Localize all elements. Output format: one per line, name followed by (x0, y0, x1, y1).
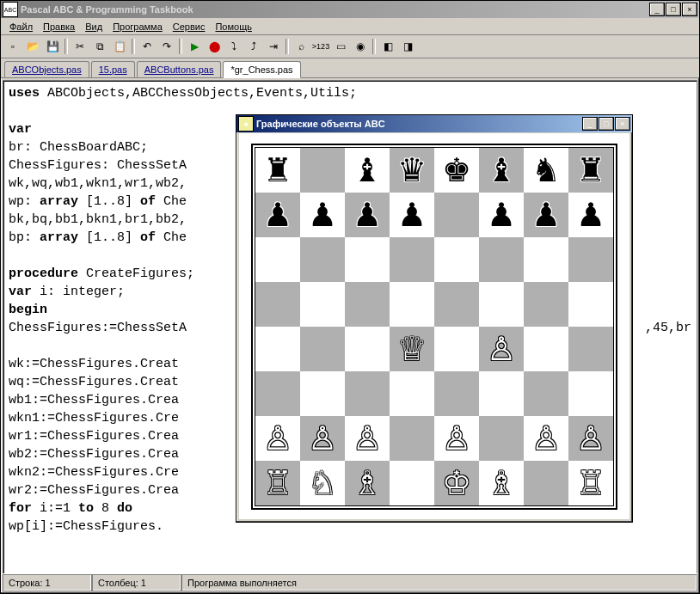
separator (132, 39, 135, 54)
copy-icon[interactable]: ⧉ (90, 37, 109, 56)
chess-square (345, 371, 390, 416)
chess-piece-bp[interactable]: ♟ (308, 199, 337, 231)
chess-piece-bk[interactable]: ♚ (442, 154, 471, 187)
chess-square (524, 327, 568, 371)
chess-piece-wb[interactable]: ♗ (487, 467, 516, 499)
menu-file[interactable]: Файл (4, 20, 38, 34)
chess-square: ♛ (390, 148, 434, 193)
chess-piece-bq[interactable]: ♛ (397, 154, 427, 187)
tab-abcobjects[interactable]: ABCObjects.pas (4, 61, 89, 77)
chess-square (568, 327, 613, 371)
chess-piece-wp[interactable]: ♙ (442, 422, 471, 455)
code-line: wr1:=ChessFigures.Crea (9, 429, 179, 444)
task-icon[interactable]: ◧ (378, 37, 397, 56)
chess-square (568, 237, 613, 282)
undo-icon[interactable]: ↶ (138, 37, 157, 56)
chess-piece-wn[interactable]: ♘ (308, 467, 337, 499)
chess-piece-bp[interactable]: ♟ (353, 199, 382, 231)
chess-square (390, 371, 434, 416)
chess-square (390, 416, 434, 461)
chess-piece-wb[interactable]: ♗ (353, 467, 382, 499)
menu-help[interactable]: Помощь (210, 20, 257, 34)
window-title: Pascal ABC & Programming Taskbook (21, 4, 649, 15)
child-close-button[interactable]: × (615, 117, 630, 131)
tab-abcbuttons[interactable]: ABCButtons.pas (137, 61, 222, 77)
chess-square: ♕ (390, 327, 434, 371)
chess-piece-wr[interactable]: ♖ (576, 467, 605, 499)
chess-square: ♗ (345, 461, 390, 505)
chess-square: ♙ (568, 416, 613, 461)
tab-gr-chess[interactable]: *gr_Chess.pas (223, 61, 300, 78)
chess-piece-wr[interactable]: ♖ (263, 467, 292, 499)
chess-piece-wp[interactable]: ♙ (308, 422, 337, 455)
new-icon[interactable]: ▫ (3, 37, 22, 56)
close-button[interactable]: × (682, 3, 697, 16)
chess-piece-wp[interactable]: ♙ (353, 422, 382, 455)
chess-square: ♟ (345, 193, 390, 237)
chess-square (434, 327, 479, 371)
menu-edit[interactable]: Правка (38, 20, 80, 34)
chess-square: ♟ (390, 193, 434, 237)
step-over-icon[interactable]: ⤴ (244, 37, 263, 56)
var-icon[interactable]: >123 (311, 37, 330, 56)
paste-icon[interactable]: 📋 (110, 37, 129, 56)
chess-piece-wp[interactable]: ♙ (576, 422, 605, 455)
chess-square: ♙ (345, 416, 390, 461)
chess-piece-wk[interactable]: ♔ (442, 467, 471, 499)
chess-square: ♟ (479, 193, 524, 237)
minimize-button[interactable]: _ (649, 3, 665, 16)
code-line: br: ChessBoardABC; (9, 140, 148, 155)
run-icon[interactable]: ▶ (185, 37, 204, 56)
step-out-icon[interactable]: ⇥ (264, 37, 283, 56)
chess-square (300, 327, 345, 371)
chess-square: ♙ (524, 416, 568, 461)
tab-15[interactable]: 15.pas (91, 61, 135, 77)
code-line: wk,wq,wb1,wkn1,wr1,wb2, (9, 176, 187, 191)
chess-piece-wq[interactable]: ♕ (397, 333, 427, 365)
menu-view[interactable]: Вид (80, 20, 107, 34)
separator (372, 39, 376, 54)
chess-piece-bp[interactable]: ♟ (487, 199, 516, 231)
trace-icon[interactable]: ▭ (331, 37, 350, 56)
chess-square: ♙ (255, 416, 300, 461)
separator (64, 39, 68, 54)
chess-piece-wp[interactable]: ♙ (487, 333, 516, 365)
status-col: Столбец: 1 (92, 574, 181, 591)
menu-service[interactable]: Сервис (168, 20, 211, 34)
child-maximize-button[interactable]: □ (599, 117, 614, 131)
chess-square (255, 237, 300, 282)
cut-icon[interactable]: ✂ (71, 37, 89, 56)
menu-program[interactable]: Программа (107, 20, 168, 34)
result-icon[interactable]: ◨ (398, 37, 417, 56)
chess-piece-bp[interactable]: ♟ (397, 199, 427, 231)
redo-icon[interactable]: ↷ (157, 37, 176, 56)
menubar: Файл Правка Вид Программа Сервис Помощь (1, 18, 699, 35)
chess-piece-bp[interactable]: ♟ (531, 199, 561, 231)
stop-icon[interactable]: ⬤ (205, 37, 224, 56)
chess-piece-bn[interactable]: ♞ (531, 154, 561, 187)
chess-piece-bb[interactable]: ♝ (487, 154, 516, 187)
chess-piece-bp[interactable]: ♟ (263, 199, 292, 231)
child-minimize-button[interactable]: _ (582, 117, 598, 131)
open-icon[interactable]: 📂 (23, 37, 42, 56)
code-line: wr2:=ChessFigures.Crea (9, 483, 179, 498)
app-icon: ABC (3, 2, 18, 17)
code-line: wp[i]:=ChessFigures. (9, 519, 163, 534)
code-line: wkn2:=ChessFigures.Cre (9, 465, 179, 480)
watch-icon[interactable]: ⌕ (292, 37, 310, 56)
code-line: wb1:=ChessFigures.Crea (9, 393, 179, 407)
chess-piece-br[interactable]: ♜ (263, 154, 292, 187)
chess-piece-wp[interactable]: ♙ (531, 422, 561, 455)
step-icon[interactable]: ⤵ (224, 37, 243, 56)
chess-square (434, 282, 479, 327)
chess-piece-bb[interactable]: ♝ (353, 154, 382, 187)
maximize-button[interactable]: □ (666, 3, 681, 16)
chess-piece-bp[interactable]: ♟ (576, 199, 605, 231)
breakpoint-icon[interactable]: ◉ (351, 37, 370, 56)
chess-square: ♔ (434, 461, 479, 505)
chess-piece-br[interactable]: ♜ (576, 154, 605, 187)
chess-square (300, 371, 345, 416)
child-window-title: Графические объекты ABC (256, 119, 582, 129)
chess-piece-wp[interactable]: ♙ (263, 422, 292, 455)
save-icon[interactable]: 💾 (43, 37, 62, 56)
